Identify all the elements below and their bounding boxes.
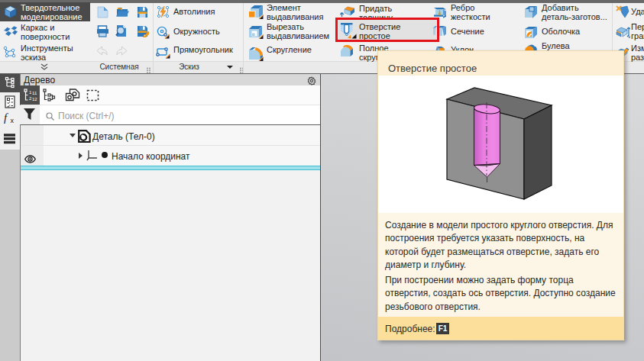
svg-text:12: 12: [32, 97, 37, 102]
svg-text:11: 11: [32, 91, 37, 95]
svg-text:f: f: [4, 111, 8, 124]
svg-text:x: x: [11, 117, 15, 124]
